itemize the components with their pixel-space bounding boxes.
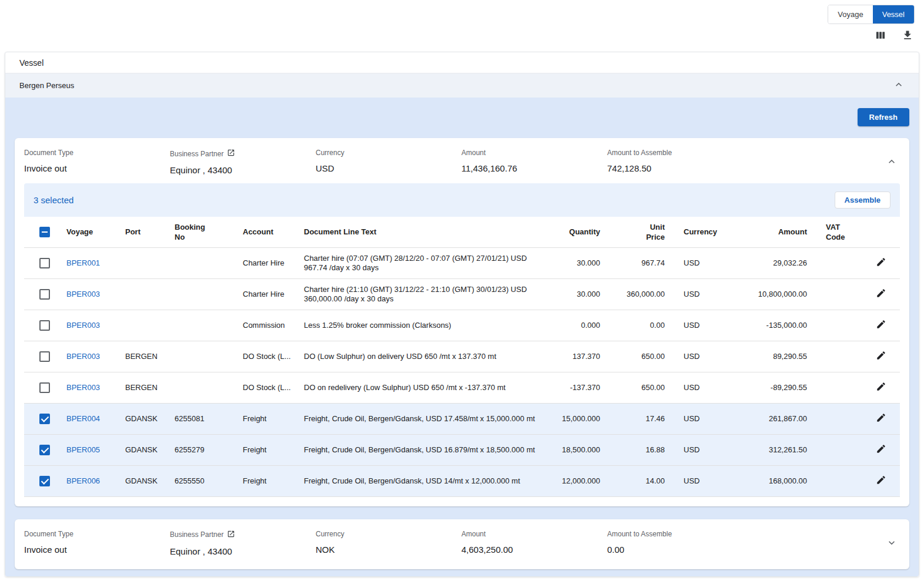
row-checkbox[interactable] (39, 382, 50, 393)
field-business-partner: Business Partner Equinor , 43400 (170, 530, 316, 556)
toggle-voyage[interactable]: Voyage (828, 5, 872, 23)
currency-cell: USD (669, 372, 724, 403)
quantity-cell: 12,000.000 (540, 465, 605, 496)
field-currency: Currency NOK (316, 530, 461, 556)
voyage-link[interactable]: BPER006 (66, 476, 100, 485)
amount-to-assemble-value: 0.00 (607, 545, 746, 555)
amount-cell: 312,261.50 (724, 434, 812, 465)
edit-icon[interactable] (876, 319, 886, 330)
document-type-label: Document Type (24, 530, 163, 538)
booking-no-cell (170, 247, 238, 278)
group-header-bergen-perseus[interactable]: Bergen Perseus (5, 73, 919, 98)
row-checkbox[interactable] (39, 320, 50, 331)
field-business-partner: Business Partner Equinor , 43400 (170, 149, 316, 175)
voyage-link[interactable]: BPER003 (66, 290, 100, 298)
quantity-cell: -137.370 (540, 372, 605, 403)
edit-icon[interactable] (876, 475, 886, 485)
currency-cell: USD (669, 278, 724, 310)
unit-price-cell: 17.46 (605, 403, 669, 434)
selection-toolbar: 3 selected Assemble (24, 183, 900, 217)
edit-icon[interactable] (876, 350, 886, 361)
field-amount: Amount 4,603,250.00 (461, 530, 607, 556)
edit-icon[interactable] (876, 288, 886, 298)
row-checkbox[interactable] (39, 414, 50, 424)
line-text-cell: Charter hire (21:10 (GMT) 31/12/22 - 21:… (299, 278, 540, 310)
business-partner-label: Business Partner (170, 150, 223, 158)
expand-chevron-down-icon[interactable] (886, 537, 898, 549)
line-text-cell: Freight, Crude Oil, Bergen/Gdansk, USD 1… (299, 434, 540, 465)
quantity-cell: 137.370 (540, 341, 605, 372)
booking-no-cell (170, 278, 238, 310)
amount-cell: 89,290.55 (724, 341, 812, 372)
columns-icon[interactable] (875, 29, 886, 41)
edit-icon[interactable] (876, 257, 886, 267)
row-checkbox[interactable] (39, 445, 50, 455)
currency-cell: USD (669, 434, 724, 465)
quantity-cell: 0.000 (540, 310, 605, 341)
account-cell: Charter Hire (238, 278, 299, 310)
select-all-checkbox[interactable] (39, 227, 50, 237)
voyage-link[interactable]: BPER003 (66, 383, 100, 392)
unit-price-cell: 0.00 (605, 310, 669, 341)
booking-no-cell (170, 310, 238, 341)
column-header-booking-no: Booking No (170, 217, 238, 247)
amount-value: 4,603,250.00 (461, 545, 600, 555)
field-amount-to-assemble: Amount to Assemble 742,128.50 (607, 149, 753, 175)
currency-cell: USD (669, 465, 724, 496)
row-checkbox[interactable] (39, 258, 50, 268)
open-in-new-icon[interactable] (227, 530, 235, 540)
voyage-link[interactable]: BPER001 (66, 258, 100, 267)
assemble-button[interactable]: Assemble (835, 192, 890, 209)
table-actions (875, 29, 913, 41)
line-text-cell: Less 1.25% broker commission (Clarksons) (299, 310, 540, 341)
field-currency: Currency USD (316, 149, 461, 175)
open-in-new-icon[interactable] (227, 149, 235, 159)
account-cell: Freight (238, 403, 299, 434)
voyage-link[interactable]: BPER003 (66, 352, 100, 361)
voyage-link[interactable]: BPER004 (66, 414, 100, 423)
currency-cell: USD (669, 310, 724, 341)
booking-no-cell (170, 341, 238, 372)
document-type-value: Invoice out (24, 545, 163, 555)
refresh-button[interactable]: Refresh (858, 108, 909, 126)
port-cell (120, 278, 170, 310)
business-partner-value: Equinor , 43400 (170, 546, 309, 556)
edit-icon[interactable] (876, 444, 886, 454)
account-cell: Freight (238, 465, 299, 496)
edit-icon[interactable] (876, 412, 886, 423)
column-header-edit (862, 217, 900, 247)
account-cell: Freight (238, 434, 299, 465)
currency-label: Currency (316, 149, 454, 157)
table-row: BPER003 Commission Less 1.25% broker com… (24, 310, 900, 341)
table-row: BPER005 GDANSK 6255279 Freight Freight, … (24, 434, 900, 465)
voyage-link[interactable]: BPER003 (66, 321, 100, 330)
amount-cell: 10,800,000.00 (724, 278, 812, 310)
business-partner-label: Business Partner (170, 530, 223, 539)
vat-code-cell (812, 247, 862, 278)
vat-code-cell (812, 341, 862, 372)
amount-label: Amount (461, 530, 600, 538)
amount-cell: -135,000.00 (724, 310, 812, 341)
port-cell: BERGEN (120, 341, 170, 372)
account-cell: Charter Hire (238, 247, 299, 278)
document-summary: Document Type Invoice out Business Partn… (24, 529, 900, 560)
chevron-up-icon[interactable] (893, 79, 905, 92)
edit-icon[interactable] (876, 381, 886, 392)
collapse-chevron-up-icon[interactable] (886, 156, 898, 167)
voyage-link[interactable]: BPER005 (66, 445, 100, 454)
quantity-cell: 15,000.000 (540, 403, 605, 434)
row-checkbox[interactable] (39, 476, 50, 486)
table-row: BPER003 Charter Hire Charter hire (21:10… (24, 278, 900, 310)
row-checkbox[interactable] (39, 289, 50, 300)
column-header-unit-price: Unit Price (605, 217, 669, 247)
group-header-label: Bergen Perseus (19, 81, 74, 90)
amount-to-assemble-label: Amount to Assemble (607, 530, 746, 538)
row-checkbox[interactable] (39, 351, 50, 362)
document-card-usd: Document Type Invoice out Business Partn… (15, 138, 909, 506)
toggle-vessel[interactable]: Vessel (873, 5, 914, 23)
download-icon[interactable] (902, 29, 913, 41)
vat-code-cell (812, 372, 862, 403)
unit-price-cell: 650.00 (605, 341, 669, 372)
document-type-value: Invoice out (24, 163, 163, 173)
document-card-nok: Document Type Invoice out Business Partn… (15, 519, 909, 569)
